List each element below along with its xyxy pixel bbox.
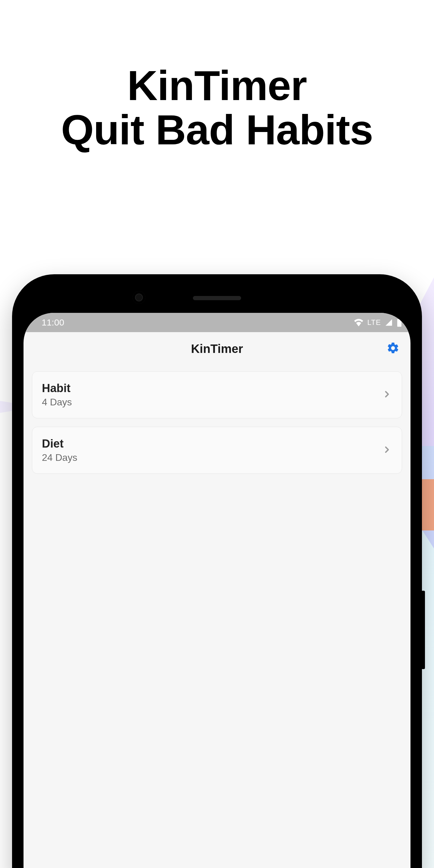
list-item-title: Habit — [42, 382, 72, 395]
svg-rect-0 — [397, 319, 401, 327]
list-item-subtitle: 4 Days — [42, 397, 72, 408]
chevron-right-icon — [382, 389, 392, 401]
chevron-right-icon — [382, 444, 392, 456]
phone-frame: 11:00 LTE KinTimer — [12, 274, 422, 868]
status-time: 11:00 — [41, 317, 64, 328]
status-bar: 11:00 LTE — [24, 313, 410, 332]
status-icons: LTE — [353, 318, 402, 327]
promo-line-2: Quit Bad Habits — [0, 107, 434, 152]
signal-icon — [384, 318, 393, 327]
network-label: LTE — [367, 318, 381, 327]
settings-button[interactable] — [385, 341, 401, 356]
list-item[interactable]: Habit 4 Days — [32, 371, 402, 418]
phone-screen: 11:00 LTE KinTimer — [24, 313, 410, 868]
phone-camera — [133, 291, 145, 304]
battery-icon — [397, 318, 402, 327]
wifi-icon — [353, 318, 364, 327]
gear-icon — [386, 341, 400, 356]
list-item-title: Diet — [42, 437, 77, 450]
habit-list: Habit 4 Days Diet 24 Days — [24, 365, 410, 474]
list-item-subtitle: 24 Days — [42, 452, 77, 463]
app-title: KinTimer — [191, 342, 243, 355]
promo-headline: KinTimer Quit Bad Habits — [0, 0, 434, 152]
app-header: KinTimer — [24, 332, 410, 365]
list-item[interactable]: Diet 24 Days — [32, 427, 402, 474]
promo-line-1: KinTimer — [0, 63, 434, 107]
phone-speaker — [193, 296, 241, 300]
phone-side-button — [421, 591, 425, 669]
svg-rect-1 — [398, 318, 400, 319]
